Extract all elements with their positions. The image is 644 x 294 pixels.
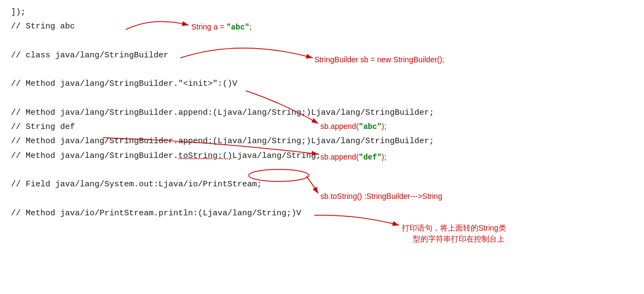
code-line-0: ]); xyxy=(11,5,633,20)
code-line-blank-1 xyxy=(11,34,633,49)
annotation-stringbuilder-new: StringBuilder sb = new StringBuilder(); xyxy=(314,54,444,67)
code-line-blank-3 xyxy=(11,92,633,106)
code-line-14: // Method java/io/PrintStream.println:(L… xyxy=(11,207,633,221)
code-line-5: // Method java/lang/StringBuilder."<init… xyxy=(11,77,633,91)
code-line-1: // String abc xyxy=(11,20,633,34)
code-line-7: // Method java/lang/StringBuilder.append… xyxy=(11,106,633,120)
code-line-9: // Method java/lang/StringBuilder.append… xyxy=(11,134,633,149)
annotation-append-abc: sb.append("abc"); xyxy=(320,120,387,134)
code-area: ]); // String abc // class java/lang/Str… xyxy=(11,5,633,221)
annotation-tostring: sb.toString() :StringBuilder--->String xyxy=(320,190,442,203)
code-line-blank-4 xyxy=(11,163,633,178)
annotation-string-a: String a = "abc"; xyxy=(191,21,251,34)
annotation-append-def: sb.append("def"); xyxy=(320,151,387,164)
annotation-print-2: 型的字符串打印在控制台上 xyxy=(413,233,505,246)
